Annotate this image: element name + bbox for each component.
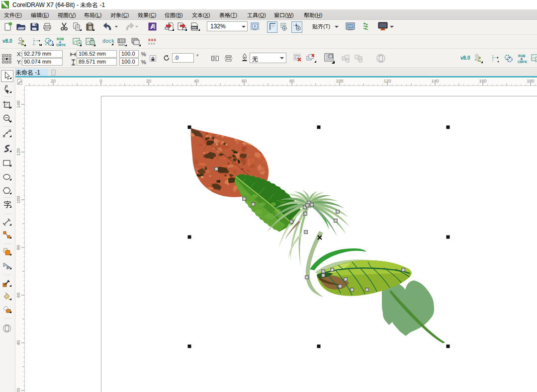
svg-text:20: 20 xyxy=(16,388,21,392)
svg-text:60: 60 xyxy=(242,78,247,83)
svg-text:180: 180 xyxy=(527,78,534,83)
svg-text:120: 120 xyxy=(383,78,391,83)
svg-text:40: 40 xyxy=(16,340,21,345)
svg-text:RGB: RGB xyxy=(57,37,64,41)
svg-text:20: 20 xyxy=(51,78,56,83)
svg-text:80: 80 xyxy=(16,245,21,250)
svg-text:120: 120 xyxy=(16,148,21,156)
svg-text:CMYK: CMYK xyxy=(518,60,527,64)
svg-text:CMYK: CMYK xyxy=(56,43,66,47)
svg-text:A: A xyxy=(78,41,81,45)
svg-text:160: 160 xyxy=(479,78,486,83)
svg-text:100: 100 xyxy=(16,196,21,203)
svg-text:20: 20 xyxy=(146,78,151,83)
svg-text:0101: 0101 xyxy=(118,43,125,47)
svg-text:80: 80 xyxy=(289,78,294,83)
svg-text:140: 140 xyxy=(431,78,439,83)
svg-text:xxx: xxx xyxy=(148,37,157,42)
svg-text:RGB: RGB xyxy=(518,54,526,58)
svg-text:100: 100 xyxy=(336,78,343,83)
svg-text:40: 40 xyxy=(194,78,199,83)
svg-text:0: 0 xyxy=(99,78,102,83)
svg-text:PDF: PDF xyxy=(191,26,197,29)
svg-text:140: 140 xyxy=(16,100,21,108)
svg-text:60: 60 xyxy=(16,293,21,298)
